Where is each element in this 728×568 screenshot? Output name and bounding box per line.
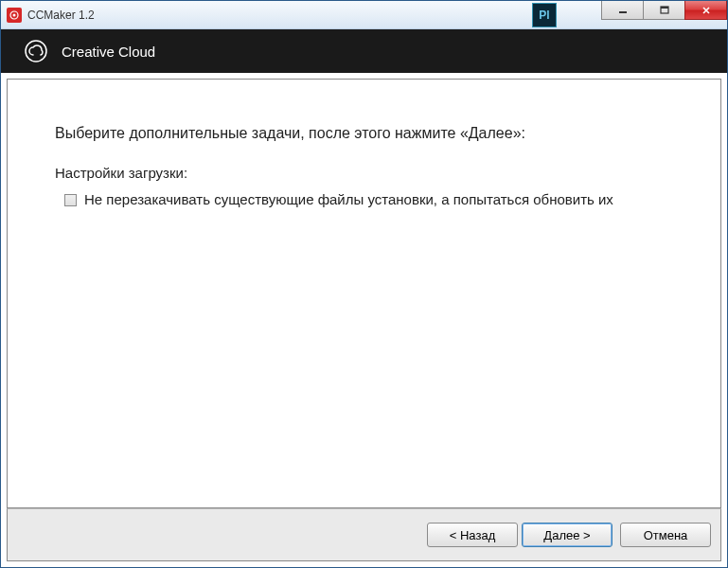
nav-button-group: < Назад Далее > bbox=[427, 523, 613, 547]
header-title: Creative Cloud bbox=[62, 44, 155, 60]
background-app-icon: Pl bbox=[532, 3, 557, 27]
installer-window: CCMaker 1.2 Pl Creative Cloud Выберите д… bbox=[0, 0, 728, 568]
creative-cloud-icon bbox=[24, 39, 48, 63]
installer-header: Creative Cloud bbox=[1, 29, 727, 73]
back-button[interactable]: < Назад bbox=[427, 523, 518, 547]
instruction-text: Выберите дополнительные задачи, после эт… bbox=[55, 125, 673, 142]
titlebar[interactable]: CCMaker 1.2 Pl bbox=[1, 1, 727, 29]
content-area: Выберите дополнительные задачи, после эт… bbox=[7, 79, 721, 508]
checkbox-label[interactable]: Не перезакачивать существующие файлы уст… bbox=[84, 190, 613, 209]
next-button[interactable]: Далее > bbox=[522, 523, 613, 547]
svg-rect-4 bbox=[661, 7, 668, 9]
checkbox-row: Не перезакачивать существующие файлы уст… bbox=[55, 190, 673, 209]
section-label: Настройки загрузки: bbox=[55, 165, 673, 181]
cancel-button[interactable]: Отмена bbox=[620, 523, 711, 547]
close-button[interactable] bbox=[684, 1, 727, 20]
svg-rect-2 bbox=[619, 11, 627, 13]
footer: < Назад Далее > Отмена bbox=[7, 508, 721, 561]
app-icon bbox=[7, 8, 22, 23]
dont-redownload-checkbox[interactable] bbox=[64, 194, 77, 206]
maximize-button[interactable] bbox=[643, 1, 685, 20]
window-controls bbox=[602, 1, 727, 20]
window-title: CCMaker 1.2 bbox=[27, 9, 95, 22]
minimize-button[interactable] bbox=[601, 1, 644, 20]
svg-point-1 bbox=[13, 13, 16, 16]
